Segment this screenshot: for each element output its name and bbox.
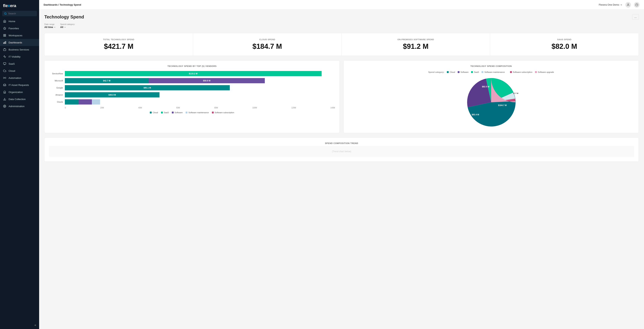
bar-row-microsoft: Microsoft $42.7 M $59.9 M: [49, 78, 335, 83]
kpi-total-spend: TOTAL TECHNOLOGY SPEND $421.7 M: [44, 33, 193, 56]
logo: flexera: [0, 0, 39, 11]
pie-cloud-label: Cloud: [450, 71, 455, 73]
collapse-button[interactable]: «: [34, 324, 36, 327]
nav-item-saas[interactable]: SaaS: [0, 60, 39, 67]
nav-item-cloud[interactable]: Cloud: [0, 67, 39, 74]
nav-item-it-asset-requests[interactable]: IT Asset Requests: [0, 82, 39, 88]
pie-sw-sub-dot: [510, 71, 512, 73]
charts-row: TECHNOLOGY SPEND BY TOP (5) VENDORS Serv…: [44, 60, 639, 133]
svg-rect-4: [5, 34, 6, 35]
legend-sw-subscription: Software subscription: [212, 112, 234, 114]
date-range-chevron: [54, 26, 56, 28]
bar-chart-legend: Cloud SaaS Software Software mainte: [49, 112, 335, 114]
building-icon: [3, 90, 6, 94]
legend-saas: SaaS: [161, 112, 169, 114]
kpi-on-prem-spend: ON-PREMISES SOFTWARE SPEND $91.2 M: [342, 33, 490, 56]
saas-dot: [161, 112, 163, 114]
bar-row-servicenow: ServiceNow $133.2 M: [49, 71, 335, 76]
spend-category-label: Spend category:: [60, 23, 75, 25]
software-dot: [172, 112, 174, 114]
bar-seg-amazon-cloud: $48.8 M: [65, 92, 160, 98]
nav-label-favorites: Favorites: [8, 27, 19, 30]
breadcrumb: Dashboards / Technology Spend: [44, 3, 81, 6]
legend-saas-label: SaaS: [164, 112, 169, 114]
help-icon-button[interactable]: [634, 2, 640, 8]
inbox-icon: [3, 83, 6, 87]
svg-line-1: [6, 14, 6, 14]
pie-sw-sub-label: Software subscription: [513, 71, 532, 73]
breadcrumb-separator: /: [58, 3, 60, 6]
monitor-icon: [3, 62, 6, 66]
kpi-cloud-spend: CLOUD SPEND $184.7 M: [193, 33, 342, 56]
kpi-value-0: $421.7 M: [49, 42, 188, 50]
header-actions: ...: [632, 14, 639, 20]
svg-point-0: [4, 12, 6, 14]
pie-wrapper: $184.7 M $83.4 M $82.0 M $7.7 M: [348, 76, 634, 128]
nav-item-it-visibility[interactable]: IT Visibility: [0, 53, 39, 60]
date-range-label: Date range: [44, 23, 56, 25]
nav-label-it-asset-requests: IT Asset Requests: [8, 84, 29, 86]
search-container[interactable]: [2, 11, 37, 16]
home-icon: [3, 20, 6, 23]
vendor-label-amazon: Amazon: [49, 94, 63, 96]
user-icon-button[interactable]: [625, 2, 631, 8]
nav-label-automation: Automation: [8, 76, 21, 79]
nav-item-administration[interactable]: Administration: [0, 103, 39, 110]
grid-icon: [3, 34, 6, 37]
pie-legend-header: Spend category:: [428, 71, 444, 73]
pie-chart-card: TECHNOLOGY SPEND COMPOSITION Spend categ…: [344, 60, 639, 133]
vendor-label-oracle: Oracle: [49, 101, 63, 103]
kpi-label-2: ON-PREMISES SOFTWARE SPEND: [346, 38, 486, 40]
nav-label-business-services: Business Services: [8, 48, 29, 51]
kpi-value-1: $184.7 M: [198, 42, 337, 50]
nav-item-favorites[interactable]: Favorites: [0, 25, 39, 32]
logo-text: flexera: [3, 3, 16, 8]
svg-rect-10: [3, 49, 6, 51]
nav-item-business-services[interactable]: Business Services: [0, 46, 39, 53]
search-icon: [4, 12, 7, 15]
pie-chart-svg: $184.7 M $83.4 M $82.0 M $7.7 M: [462, 76, 521, 128]
pie-sw-maint-label: Software maintenance: [484, 71, 504, 73]
nav-item-workspaces[interactable]: Workspaces: [0, 32, 39, 39]
svg-rect-9: [3, 43, 4, 44]
bar-track-oracle: [65, 99, 335, 104]
trend-chart-placeholder: (Trend chart below): [49, 146, 634, 157]
org-selector[interactable]: Flexera One Demo: [599, 3, 622, 6]
nav-item-organization[interactable]: Organization: [0, 88, 39, 96]
bar-track-servicenow: $133.2 M: [65, 71, 335, 76]
pie-label-cloud: $184.7 M: [498, 104, 507, 106]
svg-rect-5: [5, 36, 6, 36]
automation-icon: [3, 76, 6, 80]
bar-seg-oracle-software: [78, 99, 92, 104]
kpi-saas-spend: SAAS SPEND $82.0 M: [490, 33, 638, 56]
main-area: Dashboards / Technology Spend Flexera On…: [39, 0, 644, 329]
kpi-label-1: CLOUD SPEND: [198, 38, 337, 40]
nav-item-home[interactable]: Home: [0, 18, 39, 25]
svg-point-16: [4, 106, 5, 106]
nav-item-dashboards[interactable]: Dashboards: [0, 39, 39, 46]
breadcrumb-parent[interactable]: Dashboards: [44, 3, 58, 6]
nav-item-data-collection[interactable]: Data Collection: [0, 96, 39, 103]
bar-row-oracle: Oracle: [49, 99, 335, 104]
spend-category-filter[interactable]: Spend category: All: [60, 23, 75, 28]
more-options-button[interactable]: ...: [632, 14, 639, 20]
x-label-0: 0: [65, 107, 66, 109]
sidebar-collapse-section: «: [0, 321, 39, 329]
pie-cloud-dot: [447, 71, 449, 73]
x-label-5: 100M: [252, 107, 257, 109]
date-range-filter[interactable]: Date range All time: [44, 23, 56, 28]
pie-sw-upg-label: Software upgrade: [538, 71, 554, 73]
org-name: Flexera One Demo: [599, 3, 619, 6]
kpi-label-0: TOTAL TECHNOLOGY SPEND: [49, 38, 188, 40]
x-axis: 0 20M 40M 60M 80M 100M 120M 140M: [49, 107, 335, 109]
date-range-value[interactable]: All time: [44, 26, 56, 28]
legend-sw-maintenance: Software maintenance: [186, 112, 209, 114]
kpi-row: TOTAL TECHNOLOGY SPEND $421.7 M CLOUD SP…: [44, 33, 639, 56]
vendor-label-microsoft: Microsoft: [49, 80, 63, 82]
chevron-down-icon: [620, 4, 622, 6]
search-input[interactable]: [8, 12, 35, 15]
spend-category-value[interactable]: All: [60, 26, 75, 28]
bar-chart-card: TECHNOLOGY SPEND BY TOP (5) VENDORS Serv…: [44, 60, 340, 133]
nav-item-automation[interactable]: Automation: [0, 74, 39, 82]
svg-marker-2: [3, 27, 6, 30]
